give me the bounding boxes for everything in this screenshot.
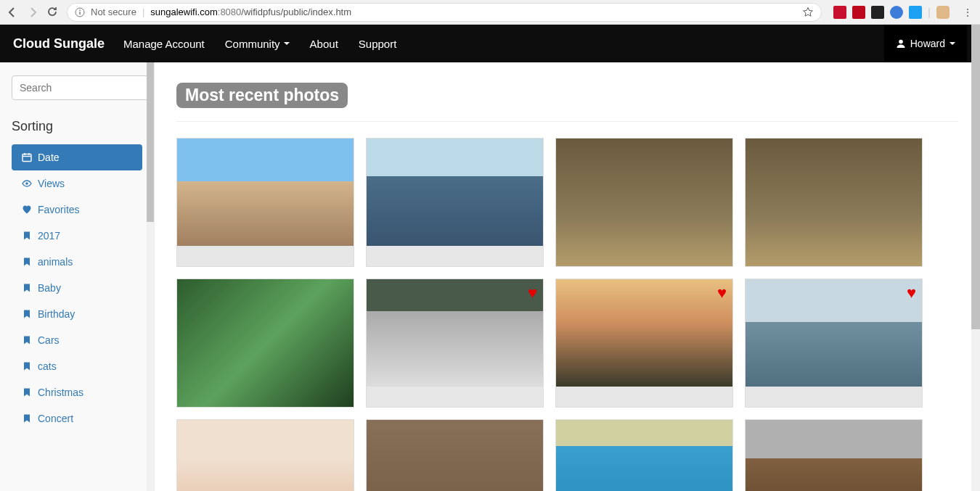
photo-card[interactable] bbox=[745, 419, 923, 491]
sort-item-label: Favorites bbox=[38, 204, 80, 215]
sort-item-label: cats bbox=[38, 360, 57, 372]
photo-thumbnail bbox=[177, 279, 354, 408]
page-scrollbar[interactable] bbox=[971, 25, 980, 491]
bookmark-icon bbox=[22, 413, 32, 424]
flash-ext-icon[interactable] bbox=[833, 6, 846, 19]
profile-ext-icon[interactable] bbox=[936, 6, 950, 19]
extension-icons: | bbox=[829, 6, 954, 19]
chevron-down-icon bbox=[950, 42, 955, 45]
nav-link-community[interactable]: Community bbox=[225, 38, 290, 50]
twitter-ext-icon[interactable] bbox=[909, 6, 922, 19]
brand-logo[interactable]: Cloud Sungale bbox=[13, 36, 105, 51]
photo-card[interactable]: ♥ bbox=[745, 278, 923, 408]
photo-thumbnail bbox=[177, 420, 354, 491]
nav-link-support[interactable]: Support bbox=[359, 38, 397, 50]
browser-menu-button[interactable]: ⋮ bbox=[961, 7, 974, 18]
photo-thumbnail bbox=[556, 139, 732, 267]
sorting-heading: Sorting bbox=[12, 119, 142, 134]
nav-links: Manage AccountCommunityAboutSupport bbox=[123, 38, 396, 50]
nav-link-label: Manage Account bbox=[123, 38, 205, 50]
sort-item-baby[interactable]: Baby bbox=[12, 275, 142, 301]
ext-divider: | bbox=[928, 7, 931, 18]
bookmark-icon bbox=[22, 361, 32, 371]
sort-list: DateViewsFavorites2017animalsBabyBirthda… bbox=[12, 144, 142, 432]
svg-rect-1 bbox=[79, 12, 80, 15]
reload-button[interactable] bbox=[46, 6, 60, 19]
content-area: Sorting DateViewsFavorites2017animalsBab… bbox=[0, 62, 980, 491]
page-title: Most recent photos bbox=[176, 83, 348, 108]
sort-item-concert[interactable]: Concert bbox=[12, 405, 142, 432]
photo-grid: ♥♥♥ bbox=[176, 138, 958, 491]
photo-thumbnail bbox=[746, 139, 922, 267]
photo-thumbnail bbox=[746, 420, 922, 491]
photo-thumbnail bbox=[367, 420, 543, 491]
heart-icon bbox=[22, 205, 32, 215]
sort-item-favorites[interactable]: Favorites bbox=[12, 197, 142, 223]
nav-link-about[interactable]: About bbox=[310, 38, 338, 50]
photo-card[interactable] bbox=[366, 138, 544, 267]
sidebar: Sorting DateViewsFavorites2017animalsBab… bbox=[0, 62, 155, 491]
pinterest-ext-icon[interactable] bbox=[852, 6, 865, 19]
user-menu[interactable]: Howard bbox=[884, 25, 967, 62]
sort-item-christmas[interactable]: Christmas bbox=[12, 379, 142, 405]
page-scrollbar-thumb[interactable] bbox=[971, 25, 980, 329]
bookmark-icon bbox=[22, 309, 32, 319]
photo-card[interactable] bbox=[176, 138, 354, 267]
owl-ext-icon[interactable] bbox=[871, 6, 884, 19]
bookmark-icon bbox=[22, 257, 32, 267]
sidebar-scrollbar-thumb[interactable] bbox=[147, 62, 154, 222]
sidebar-scrollbar[interactable] bbox=[147, 62, 154, 491]
sort-item-label: Views bbox=[38, 178, 65, 189]
page-title-wrap: Most recent photos bbox=[176, 83, 958, 122]
photo-thumbnail bbox=[177, 139, 354, 246]
grammarly-ext-icon[interactable] bbox=[890, 6, 903, 19]
app-topnav: Cloud Sungale Manage AccountCommunityAbo… bbox=[0, 25, 980, 62]
svg-rect-2 bbox=[79, 9, 80, 10]
sort-item-views[interactable]: Views bbox=[12, 170, 142, 197]
nav-link-label: Community bbox=[225, 38, 280, 50]
main-content: Most recent photos ♥♥♥ bbox=[155, 62, 980, 491]
sort-item-animals[interactable]: animals bbox=[12, 249, 142, 275]
photo-card[interactable] bbox=[366, 419, 544, 491]
url-bar[interactable]: Not secure | sungalewifi.com:8080/wifidp… bbox=[67, 3, 822, 22]
photo-card[interactable] bbox=[745, 138, 923, 267]
bookmark-icon bbox=[22, 387, 32, 397]
sort-item-label: 2017 bbox=[38, 230, 60, 242]
svg-rect-6 bbox=[23, 154, 31, 162]
sort-item-label: Concert bbox=[38, 413, 73, 424]
sort-item-label: Birthday bbox=[38, 308, 75, 320]
eye-icon bbox=[22, 178, 32, 189]
sort-item-label: Date bbox=[38, 152, 60, 163]
sort-item-cars[interactable]: Cars bbox=[12, 327, 142, 353]
user-name: Howard bbox=[910, 38, 945, 49]
url-text: sungalewifi.com:8080/wifidpfus/public/in… bbox=[150, 7, 351, 17]
back-button[interactable] bbox=[6, 6, 19, 19]
sort-item-2017[interactable]: 2017 bbox=[12, 223, 142, 249]
forward-button[interactable] bbox=[26, 6, 39, 19]
nav-link-manage-account[interactable]: Manage Account bbox=[123, 38, 205, 50]
search-input[interactable] bbox=[12, 75, 155, 100]
photo-thumbnail bbox=[556, 420, 732, 491]
sort-item-date[interactable]: Date bbox=[12, 144, 142, 170]
nav-link-label: Support bbox=[359, 38, 397, 50]
photo-card[interactable]: ♥ bbox=[555, 278, 733, 408]
sort-item-birthday[interactable]: Birthday bbox=[12, 301, 142, 327]
favorite-heart-icon: ♥ bbox=[717, 284, 727, 302]
photo-card[interactable] bbox=[555, 419, 733, 491]
nav-link-label: About bbox=[310, 38, 338, 50]
calendar-icon bbox=[22, 152, 32, 162]
photo-card[interactable] bbox=[176, 419, 354, 491]
info-icon bbox=[75, 7, 85, 17]
sort-item-label: Christmas bbox=[38, 387, 83, 398]
bookmark-star-icon[interactable] bbox=[802, 7, 814, 18]
photo-card[interactable] bbox=[555, 138, 733, 267]
photo-thumbnail bbox=[556, 279, 732, 387]
bookmark-icon bbox=[22, 283, 32, 293]
svg-point-3 bbox=[899, 40, 903, 44]
sort-item-cats[interactable]: cats bbox=[12, 353, 142, 379]
photo-card[interactable] bbox=[176, 278, 354, 408]
bookmark-icon bbox=[22, 231, 32, 241]
sort-item-label: Baby bbox=[38, 282, 61, 294]
user-icon bbox=[896, 38, 906, 49]
photo-card[interactable]: ♥ bbox=[366, 278, 544, 408]
